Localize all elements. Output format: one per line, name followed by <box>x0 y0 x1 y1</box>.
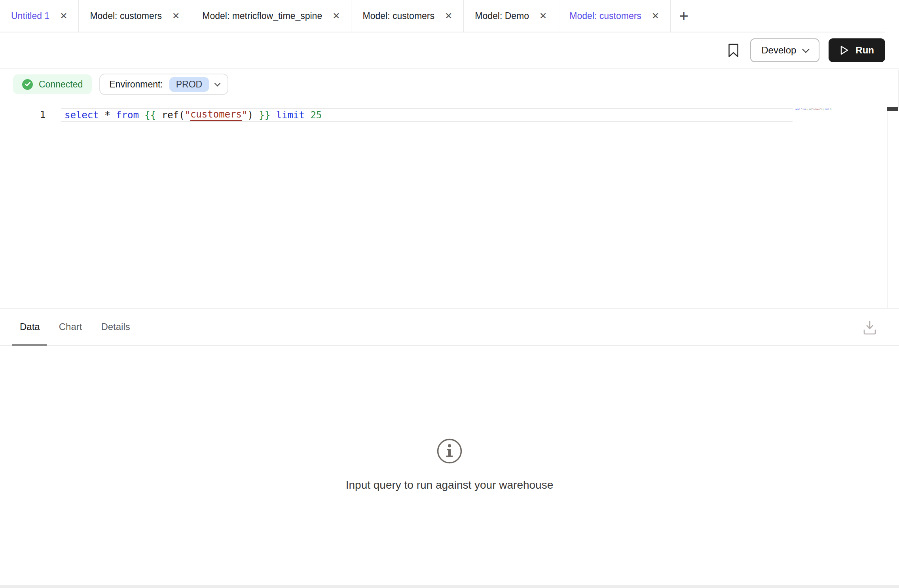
line-number: 1 <box>35 108 51 122</box>
chevron-down-icon <box>214 80 221 86</box>
scrollbar-track <box>898 70 899 108</box>
tab-label: Model: customers <box>569 11 641 21</box>
code-token: * <box>104 110 110 121</box>
ref-model-link[interactable]: customers <box>190 109 242 121</box>
connection-status-badge: Connected <box>13 74 92 94</box>
new-tab-button[interactable]: + <box>671 0 697 32</box>
download-button[interactable] <box>861 318 878 337</box>
bookmark-button[interactable] <box>723 38 743 62</box>
plus-icon: + <box>679 7 688 25</box>
environment-label: Environment: <box>109 79 163 90</box>
tab-model-customers-2[interactable]: Model: customers ✕ <box>351 0 464 32</box>
editor-tab-bar: Untitled 1 ✕ Model: customers ✕ Model: m… <box>0 0 899 32</box>
environment-value-chip: PROD <box>169 77 209 92</box>
develop-dropdown-button[interactable]: Develop <box>750 38 819 62</box>
download-icon <box>862 320 877 336</box>
run-label: Run <box>855 45 874 56</box>
close-icon[interactable]: ✕ <box>445 11 452 21</box>
tab-chart[interactable]: Chart <box>59 309 82 345</box>
play-icon <box>840 45 849 55</box>
code-token: {{ <box>144 110 156 121</box>
connection-status-label: Connected <box>39 79 83 90</box>
tab-untitled-1[interactable]: Untitled 1 ✕ <box>0 0 79 32</box>
tab-label: Model: metricflow_time_spine <box>202 11 322 21</box>
tab-label: Model: customers <box>362 11 434 21</box>
bottom-panel-edge <box>0 585 899 588</box>
code-token: from <box>116 110 139 121</box>
code-token: select <box>64 110 99 121</box>
empty-state-message: Input query to run against your warehous… <box>0 479 899 491</box>
close-icon[interactable]: ✕ <box>332 11 340 21</box>
code-line[interactable]: select * from {{ ref("customers") }} lim… <box>61 108 793 122</box>
tab-model-demo[interactable]: Model: Demo ✕ <box>464 0 558 32</box>
bookmark-icon <box>728 44 739 57</box>
code-token: 25 <box>310 110 322 121</box>
tab-details[interactable]: Details <box>101 309 130 345</box>
tab-label: Model: customers <box>90 11 162 21</box>
tab-model-customers-1[interactable]: Model: customers ✕ <box>79 0 191 32</box>
code-token: }} <box>259 110 270 121</box>
develop-label: Develop <box>761 45 796 56</box>
code-token: ref( <box>156 110 184 121</box>
sql-editor[interactable]: 1 select * from {{ ref("customers") }} l… <box>0 99 899 308</box>
run-button[interactable]: Run <box>829 38 885 62</box>
close-icon[interactable]: ✕ <box>539 11 547 21</box>
editor-minimap[interactable]: select * from {{ ref("customers") }} lim… <box>795 108 831 110</box>
code-token: limit <box>276 110 305 121</box>
close-icon[interactable]: ✕ <box>172 11 180 21</box>
check-circle-icon <box>22 79 33 90</box>
app-window: Untitled 1 ✕ Model: customers ✕ Model: m… <box>0 0 899 588</box>
scrollbar-thumb[interactable] <box>887 107 898 111</box>
tab-label: Untitled 1 <box>11 11 49 21</box>
tab-model-metricflow-time-spine[interactable]: Model: metricflow_time_spine ✕ <box>191 0 351 32</box>
status-bar: Connected Environment: PROD <box>0 70 899 99</box>
info-circle-icon <box>436 438 463 466</box>
environment-selector[interactable]: Environment: PROD <box>99 74 228 95</box>
close-icon[interactable]: ✕ <box>652 11 659 21</box>
tab-model-customers-3[interactable]: Model: customers ✕ <box>558 0 671 32</box>
close-icon[interactable]: ✕ <box>60 11 67 21</box>
results-tab-bar: Data Chart Details <box>0 309 899 346</box>
chevron-down-icon <box>802 46 810 53</box>
results-panel: Data Chart Details Input query to run ag… <box>0 308 899 585</box>
tab-data[interactable]: Data <box>20 309 40 345</box>
toolbar: Develop Run <box>0 32 899 69</box>
tab-label: Model: Demo <box>475 11 529 21</box>
